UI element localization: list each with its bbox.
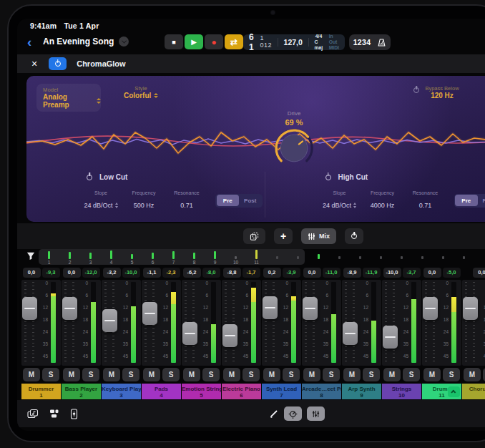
mixer-power-button[interactable] — [345, 228, 363, 244]
fader-track[interactable] — [64, 282, 74, 363]
channel-controls-button[interactable] — [69, 409, 79, 419]
nav-meter[interactable] — [308, 249, 329, 265]
channel-peak-value[interactable]: -3,9 — [283, 268, 300, 278]
solo-button[interactable]: S — [162, 368, 180, 381]
mix-button[interactable]: Mix — [301, 228, 336, 244]
fader-track[interactable] — [225, 282, 235, 363]
channel-volume-value[interactable]: 0,0 — [63, 268, 81, 278]
song-selector[interactable]: An Evening Song — [43, 36, 129, 47]
close-icon[interactable]: × — [31, 59, 37, 69]
channel-peak-value[interactable]: -11,9 — [363, 268, 381, 278]
filter-button[interactable] — [23, 250, 39, 263]
mute-button[interactable]: M — [143, 368, 160, 381]
fader-handle[interactable] — [142, 302, 157, 325]
plugin-power-button[interactable] — [49, 57, 67, 70]
nav-meter[interactable]: 4 — [101, 249, 122, 265]
stop-button[interactable]: ■ — [165, 34, 183, 49]
back-button[interactable]: ‹ — [27, 35, 31, 49]
mixer-view-button[interactable] — [307, 406, 325, 421]
mute-button[interactable]: M — [303, 368, 320, 381]
mixer-navigator[interactable]: 1 2 3 4 5 — [17, 249, 485, 266]
edit-pencil-button[interactable] — [269, 409, 279, 419]
solo-button[interactable]: S — [202, 368, 220, 381]
channel-peak-value[interactable]: -5,0 — [443, 268, 461, 278]
solo-button[interactable]: S — [82, 368, 99, 381]
post-button[interactable]: Post — [239, 195, 262, 206]
nav-meter[interactable] — [371, 249, 391, 265]
fader-track[interactable] — [265, 282, 275, 363]
fader-handle[interactable] — [343, 322, 358, 345]
mute-button[interactable]: M — [223, 368, 240, 381]
channel-name-tab[interactable]: Bass Player 2 — [62, 384, 101, 399]
channel-peak-value[interactable]: -2,3 — [162, 268, 180, 278]
cycle-button[interactable]: ⇄ — [225, 34, 243, 49]
metronome-icon[interactable] — [377, 38, 386, 47]
channel-peak-value[interactable]: -1,7 — [242, 268, 260, 278]
high-cut-power-icon[interactable] — [325, 175, 331, 180]
nav-meter[interactable] — [267, 249, 288, 265]
model-selector[interactable]: Model Analog Preamp — [36, 84, 101, 112]
solo-button[interactable]: S — [283, 368, 300, 381]
nav-meter[interactable] — [412, 249, 433, 265]
channel-name-tab[interactable]: Pads 4 — [142, 384, 181, 399]
nav-meter[interactable] — [288, 249, 308, 265]
channel-name-tab[interactable]: Drums 11 — [422, 384, 461, 399]
frequency-control[interactable]: Frequency 4000 Hz — [363, 190, 403, 210]
solo-button[interactable]: S — [363, 368, 380, 381]
channel-name-tab[interactable]: Synth Lead 7 — [262, 384, 301, 399]
nav-meter[interactable]: 6 — [142, 249, 163, 265]
bypass-control[interactable]: Bypass Below 120 Hz — [421, 85, 463, 99]
nav-meter[interactable] — [329, 249, 350, 265]
mute-button[interactable]: M — [343, 368, 361, 381]
channel-peak-value[interactable]: -11,0 — [323, 268, 341, 278]
channel-volume-value[interactable]: -10,0 — [383, 268, 401, 278]
channel-volume-value[interactable]: -8,9 — [343, 268, 361, 278]
nav-meter[interactable]: 7 — [163, 249, 184, 265]
collapse-stack-button[interactable] — [448, 386, 460, 397]
resonance-control[interactable]: Resonance 0.71 — [167, 190, 207, 210]
nav-meter[interactable]: 8 — [184, 249, 205, 265]
nav-meter[interactable]: 1 — [39, 249, 59, 265]
play-button[interactable]: ▶ — [185, 34, 203, 49]
nav-meter[interactable]: 5 — [122, 249, 142, 265]
solo-button[interactable]: S — [242, 368, 260, 381]
channel-peak-value[interactable]: -8,0 — [202, 268, 220, 278]
fader-handle[interactable] — [463, 297, 478, 320]
fader-handle[interactable] — [182, 322, 197, 345]
fader-handle[interactable] — [22, 297, 37, 320]
slope-control[interactable]: Slope 24 dB/Oct — [81, 190, 121, 210]
mute-button[interactable]: M — [383, 368, 401, 381]
channel-peak-value[interactable]: -3,7 — [403, 268, 421, 278]
solo-button[interactable]: S — [122, 368, 139, 381]
fader-handle[interactable] — [423, 297, 438, 320]
nav-meter[interactable] — [433, 249, 454, 265]
level-control[interactable]: Level 0.0 — [471, 85, 485, 99]
low-cut-power-icon[interactable] — [87, 175, 92, 180]
pre-button[interactable]: Pre — [217, 195, 240, 206]
nav-meter[interactable]: 10 — [225, 249, 246, 265]
channel-name-tab[interactable]: Keyboard Player 3 — [102, 384, 141, 399]
nav-meter[interactable]: 3 — [80, 249, 101, 265]
fader-handle[interactable] — [303, 297, 318, 320]
fader-handle[interactable] — [383, 326, 398, 349]
mute-button[interactable]: M — [63, 368, 80, 381]
fader-handle[interactable] — [102, 309, 117, 332]
post-button[interactable]: Post — [478, 195, 485, 206]
mute-button[interactable]: M — [103, 368, 120, 381]
channel-name-tab[interactable]: Strings 10 — [382, 384, 421, 399]
channel-peak-value[interactable]: -10,0 — [122, 268, 140, 278]
solo-button[interactable]: S — [323, 368, 340, 381]
solo-button[interactable]: S — [42, 368, 59, 381]
nav-meter[interactable] — [350, 249, 371, 265]
bypass-power-icon[interactable] — [413, 87, 419, 93]
duplicate-button[interactable] — [243, 228, 265, 244]
nav-meter[interactable] — [391, 249, 412, 265]
style-selector[interactable]: Style Colorful — [124, 85, 158, 99]
frequency-control[interactable]: Frequency 500 Hz — [124, 190, 164, 210]
mute-button[interactable]: M — [464, 368, 481, 381]
fader-handle[interactable] — [62, 297, 77, 320]
fader-handle[interactable] — [222, 324, 237, 347]
channel-volume-value[interactable]: 0,0 — [23, 268, 41, 278]
plugins-button[interactable] — [49, 409, 59, 419]
channel-volume-value[interactable]: 0,2 — [263, 268, 281, 278]
